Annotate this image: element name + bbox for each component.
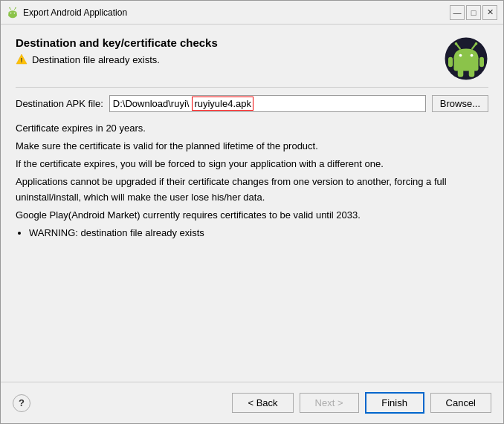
help-button[interactable]: ? — [13, 394, 30, 412]
divider — [16, 87, 488, 88]
svg-point-7 — [15, 7, 16, 8]
info-line-5: Google Play(Android Market) currently re… — [16, 208, 488, 223]
maximize-button[interactable]: □ — [466, 5, 481, 20]
apk-label: Destination APK file: — [16, 98, 103, 109]
footer: ? < Back Next > Finish Cancel — [1, 382, 503, 423]
warning-bullet: WARNING: destination file already exists — [29, 226, 488, 241]
close-button[interactable]: ✕ — [482, 5, 497, 20]
svg-rect-20 — [458, 69, 464, 77]
info-block: Certificate expires in 20 years. Make su… — [16, 121, 488, 241]
title-bar-title: Export Android Application — [23, 7, 127, 18]
svg-rect-18 — [448, 57, 453, 68]
header-text-block: Destination and key/certificate checks !… — [16, 36, 218, 74]
info-line-3: If the certificate expires, you will be … — [16, 157, 488, 172]
svg-point-13 — [471, 54, 474, 57]
finish-button[interactable]: Finish — [365, 392, 424, 414]
svg-text:!: ! — [21, 56, 23, 64]
export-dialog: Export Android Application — □ ✕ Destina… — [0, 0, 504, 424]
svg-rect-21 — [469, 69, 475, 77]
back-button[interactable]: < Back — [232, 393, 293, 413]
footer-left: ? — [13, 394, 30, 412]
minimize-button[interactable]: — — [450, 5, 465, 20]
svg-point-6 — [9, 7, 10, 8]
info-line-2: Make sure the certificate is valid for t… — [16, 139, 488, 154]
apk-input-field[interactable]: D:\Download\ruyi\ruyiyule4.apk — [109, 95, 426, 112]
warning-text: Destination file already exists. — [32, 54, 160, 65]
page-title: Destination and key/certificate checks — [16, 36, 218, 49]
svg-point-3 — [14, 13, 16, 14]
browse-button[interactable]: Browse... — [432, 95, 488, 112]
apk-row: Destination APK file: D:\Download\ruyi\r… — [16, 95, 488, 112]
svg-point-17 — [475, 42, 478, 45]
warning-icon: ! — [16, 53, 28, 65]
svg-point-2 — [10, 13, 12, 14]
apk-filename-highlighted: ruyiyule4.apk — [192, 97, 253, 111]
android-logo — [444, 36, 488, 81]
title-bar: Export Android Application — □ ✕ — [1, 1, 503, 25]
footer-right: < Back Next > Finish Cancel — [232, 392, 491, 414]
svg-rect-1 — [8, 12, 16, 16]
svg-point-16 — [455, 42, 458, 45]
apk-path-prefix: D:\Download\ruyi\ — [110, 96, 193, 111]
android-title-icon — [7, 7, 19, 19]
cancel-button[interactable]: Cancel — [430, 393, 491, 413]
next-button[interactable]: Next > — [300, 393, 359, 413]
title-bar-controls: — □ ✕ — [450, 5, 497, 20]
info-line-1: Certificate expires in 20 years. — [16, 121, 488, 136]
svg-point-12 — [459, 54, 462, 57]
page-header: Destination and key/certificate checks !… — [16, 36, 488, 81]
warning-row: ! Destination file already exists. — [16, 53, 218, 65]
main-content: Destination and key/certificate checks !… — [1, 25, 503, 382]
svg-rect-19 — [479, 57, 484, 68]
title-bar-left: Export Android Application — [7, 7, 127, 19]
info-line-4: Applications cannot be upgraded if their… — [16, 175, 488, 204]
